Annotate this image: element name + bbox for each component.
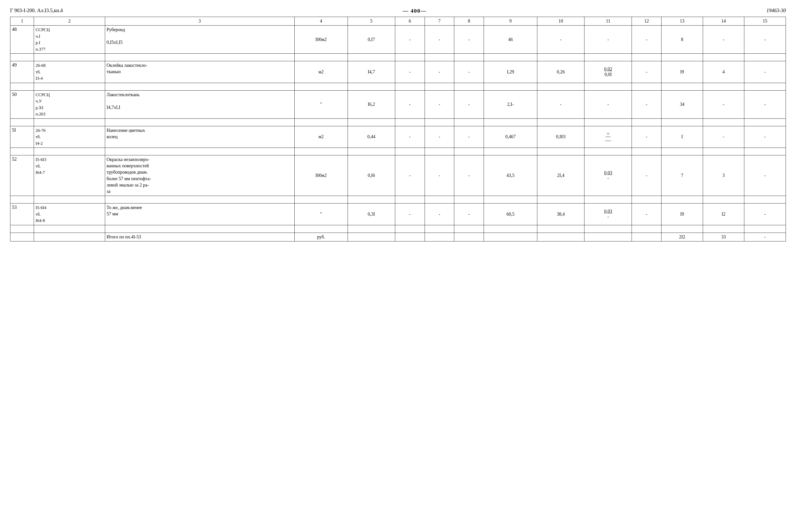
row-col7 [424, 233, 454, 241]
col-header-12: 12 [632, 17, 662, 25]
row-ref: I5-6I3тб.I64-7 [34, 155, 105, 196]
row-col10 [537, 233, 584, 241]
row-col14: - [703, 25, 744, 54]
row-num: 50 [11, 90, 34, 118]
row-col11: = [584, 126, 632, 148]
row-col12: - [632, 90, 662, 118]
col-header-10: 10 [537, 17, 584, 25]
spacer-row [11, 83, 786, 90]
row-col12: - [632, 155, 662, 196]
row-col4: I00м2 [294, 155, 348, 196]
header-center: — 400— [402, 7, 427, 14]
row-col5: 0,I7 [348, 25, 395, 54]
col-header-2: 2 [34, 17, 105, 25]
row-col12: - [632, 126, 662, 148]
row-col4: руб. [294, 233, 348, 241]
col-header-5: 5 [348, 17, 395, 25]
row-col9: 46 [484, 25, 537, 54]
row-col12: - [632, 204, 662, 225]
row-col13: I9 [662, 204, 703, 225]
row-col11: 0,03- [584, 155, 632, 196]
row-col8: - [454, 155, 484, 196]
row-col15: - [744, 233, 786, 241]
row-col4: I00м2 [294, 25, 348, 54]
main-table: 1 2 3 4 5 6 7 8 9 10 11 12 13 14 15 48СС… [10, 17, 786, 242]
col-header-1: 1 [11, 17, 34, 25]
table-row: 52I5-6I3тб.I64-7Окраска незаизолиро-ванн… [11, 155, 786, 196]
row-col7: - [424, 126, 454, 148]
row-col9: 2,I- [484, 90, 537, 118]
row-col11: - [584, 90, 632, 118]
row-col5: I6,2 [348, 90, 395, 118]
row-col11 [584, 233, 632, 241]
table-row: 48ССРСЦч.Iр.Iп.377Рубероид0,I5хI,I5I00м2… [11, 25, 786, 54]
row-num: 52 [11, 155, 34, 196]
spacer-row [11, 148, 786, 155]
row-col7: - [424, 204, 454, 225]
row-ref: 26-76тб.I4-2 [34, 126, 105, 148]
row-col11: 0,020,0I [584, 61, 632, 83]
row-col6: - [395, 155, 424, 196]
row-num [11, 233, 34, 241]
row-col10: - [537, 90, 584, 118]
row-col12: - [632, 25, 662, 54]
row-col6: - [395, 90, 424, 118]
row-col6: - [395, 25, 424, 54]
row-col9: 0,467 [484, 126, 537, 148]
row-col13: I [662, 126, 703, 148]
row-col15: - [744, 204, 786, 225]
table-row: Итого по пп.4I-53руб.2I233- [11, 233, 786, 241]
row-desc: Окраска незаизолиро-ванных поверхностейт… [105, 155, 294, 196]
row-col8: - [454, 25, 484, 54]
row-col13: I9 [662, 61, 703, 83]
row-col8: - [454, 61, 484, 83]
row-ref: ССРСЦч.Ур.XIп.263 [34, 90, 105, 118]
col-header-8: 8 [454, 17, 484, 25]
row-col7: - [424, 90, 454, 118]
row-ref: ССРСЦч.Iр.Iп.377 [34, 25, 105, 54]
row-col11: 0,03- [584, 204, 632, 225]
row-col15: - [744, 61, 786, 83]
table-row: 4926-68тб.I3-4Оклейка лакостекло-тканьюм… [11, 61, 786, 83]
row-ref [34, 233, 105, 241]
row-num: 48 [11, 25, 34, 54]
row-col4: " [294, 90, 348, 118]
row-num: 49 [11, 61, 34, 83]
row-col14: - [703, 126, 744, 148]
col-header-13: 13 [662, 17, 703, 25]
row-col15: - [744, 155, 786, 196]
row-col6: - [395, 126, 424, 148]
row-col11: - [584, 25, 632, 54]
row-col6: - [395, 204, 424, 225]
row-col14: I2 [703, 204, 744, 225]
row-col7: - [424, 25, 454, 54]
row-col14: 3 [703, 155, 744, 196]
row-col8: - [454, 90, 484, 118]
row-col5: 0,3I [348, 204, 395, 225]
row-desc: Оклейка лакостекло-тканью [105, 61, 294, 83]
row-col12: - [632, 61, 662, 83]
col-header-7: 7 [424, 17, 454, 25]
table-header-row: 1 2 3 4 5 6 7 8 9 10 11 12 13 14 15 [11, 17, 786, 25]
row-col8: - [454, 126, 484, 148]
row-col13: 2I2 [662, 233, 703, 241]
row-num: 53 [11, 204, 34, 225]
row-col15: - [744, 90, 786, 118]
row-col8: - [454, 204, 484, 225]
row-col9 [484, 233, 537, 241]
row-desc: Нанесение цветныхколец [105, 126, 294, 148]
row-col14: 33 [703, 233, 744, 241]
col-header-3: 3 [105, 17, 294, 25]
row-col10: - [537, 25, 584, 54]
col-header-9: 9 [484, 17, 537, 25]
row-desc: Итого по пп.4I-53 [105, 233, 294, 241]
row-col13: 8 [662, 25, 703, 54]
row-col5 [348, 233, 395, 241]
row-col8 [454, 233, 484, 241]
spacer-row [11, 196, 786, 204]
row-col9: I,29 [484, 61, 537, 83]
row-col7: - [424, 61, 454, 83]
row-col10: 0,I03 [537, 126, 584, 148]
row-col5: 0,44 [348, 126, 395, 148]
row-col10: 0,26 [537, 61, 584, 83]
